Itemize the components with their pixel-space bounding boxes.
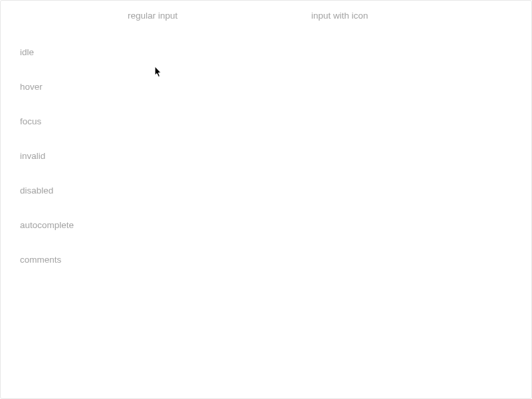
row-label-hover: hover xyxy=(20,82,43,92)
row-label-autocomplete: autocomplete xyxy=(20,220,74,230)
row-label-invalid: invalid xyxy=(20,151,45,161)
row-label-comments: comments xyxy=(20,255,61,265)
row-label-disabled: disabled xyxy=(20,186,53,196)
column-header-regular-input: regular input xyxy=(128,11,178,21)
column-header-input-with-icon: input with icon xyxy=(311,11,368,21)
row-label-idle: idle xyxy=(20,47,34,57)
spec-frame xyxy=(0,0,532,399)
row-label-focus: focus xyxy=(20,116,41,126)
